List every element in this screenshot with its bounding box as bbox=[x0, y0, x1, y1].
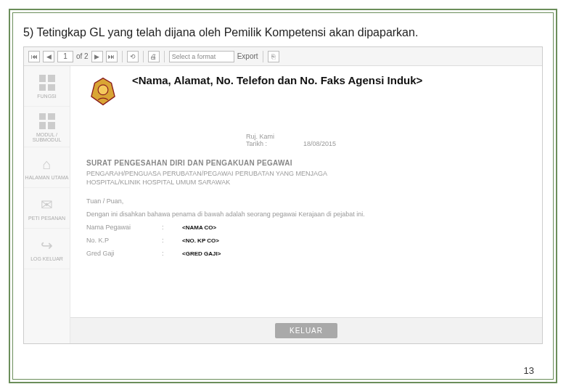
last-page-button[interactable]: ⏭ bbox=[106, 51, 118, 62]
prev-page-button[interactable]: ◀ bbox=[43, 51, 54, 62]
row-value: <NO. KP CO> bbox=[182, 237, 219, 244]
page-number-input[interactable]: 1 bbox=[57, 51, 73, 62]
instruction-text: 5) Tetingkap GL yang telah dijana oleh P… bbox=[23, 26, 543, 39]
table-row: Gred Gaji : <GRED GAJI> bbox=[86, 250, 526, 257]
app-footer: KELUAR bbox=[70, 317, 542, 343]
refresh-button[interactable]: ⟲ bbox=[127, 51, 139, 62]
slide-page-number: 13 bbox=[524, 365, 534, 376]
svg-point-0 bbox=[98, 85, 108, 95]
table-row: Nama Pegawai : <NAMA CO> bbox=[86, 224, 526, 231]
format-select[interactable]: Select a format bbox=[169, 51, 234, 62]
export-link[interactable]: Export bbox=[237, 52, 258, 60]
letter-title: SURAT PENGESAHAN DIRI DAN PENGAKUAN PEGA… bbox=[86, 159, 526, 167]
grid-icon bbox=[38, 73, 57, 92]
sidebar: FUNGSI MODUL / SUBMODUL ⌂ HALAMAN UTAMA … bbox=[24, 66, 70, 343]
row-label: Nama Pegawai bbox=[86, 224, 144, 231]
mail-icon: ✉ bbox=[38, 195, 57, 214]
address-wrapper: <Nama, Alamat, No. Telefon dan No. Faks … bbox=[130, 72, 424, 90]
sidebar-item-logkeluar[interactable]: ↪ LOG KELUAR bbox=[24, 229, 70, 269]
separator bbox=[164, 51, 165, 62]
intro-text: Dengan ini disahkan bahawa penama di baw… bbox=[86, 211, 526, 218]
slide-outer-border: 5) Tetingkap GL yang telah dijana oleh P… bbox=[9, 9, 557, 383]
sidebar-item-label: LOG KELUAR bbox=[30, 256, 63, 261]
colon: : bbox=[162, 237, 165, 244]
colon: : bbox=[162, 224, 165, 231]
sidebar-item-fungsi[interactable]: FUNGSI bbox=[24, 66, 70, 107]
colon: : bbox=[162, 250, 165, 257]
sidebar-item-peti[interactable]: ✉ PETI PESANAN bbox=[24, 188, 70, 229]
sidebar-item-halaman[interactable]: ⌂ HALAMAN UTAMA bbox=[24, 147, 70, 188]
separator bbox=[263, 51, 263, 62]
sidebar-item-modul[interactable]: MODUL / SUBMODUL bbox=[24, 107, 70, 147]
row-value: <NAMA CO> bbox=[182, 224, 216, 231]
page-of-label: of 2 bbox=[76, 52, 89, 60]
date-value: 18/08/2015 bbox=[303, 140, 336, 147]
document-area: <Nama, Alamat, No. Telefon dan No. Faks … bbox=[70, 66, 542, 317]
separator bbox=[122, 51, 123, 62]
next-page-button[interactable]: ▶ bbox=[91, 51, 103, 62]
row-label: Gred Gaji bbox=[86, 250, 144, 257]
print-button[interactable]: 🖨 bbox=[148, 51, 160, 62]
app-window: ⏮ ◀ 1 of 2 ▶ ⏭ ⟲ 🖨 Select a format Expor… bbox=[23, 46, 543, 344]
row-label: No. K.P bbox=[86, 237, 144, 244]
letterhead: <Nama, Alamat, No. Telefon dan No. Faks … bbox=[86, 72, 526, 108]
logout-icon: ↪ bbox=[38, 236, 57, 255]
sidebar-item-label: FUNGSI bbox=[37, 94, 56, 99]
sidebar-item-label: MODUL / SUBMODUL bbox=[24, 132, 70, 142]
sidebar-item-label: HALAMAN UTAMA bbox=[25, 175, 69, 180]
address-placeholder-text: <Nama, Alamat, No. Telefon dan No. Faks … bbox=[132, 74, 422, 88]
slide-inner: 5) Tetingkap GL yang telah dijana oleh P… bbox=[12, 12, 554, 380]
letter-line3: HOSPITAL/KLINIK HOSPITAL UMUM SARAWAK bbox=[86, 179, 526, 186]
report-toolbar: ⏮ ◀ 1 of 2 ▶ ⏭ ⟲ 🖨 Select a format Expor… bbox=[24, 47, 542, 66]
home-icon: ⌂ bbox=[38, 155, 57, 173]
first-page-button[interactable]: ⏮ bbox=[28, 51, 40, 62]
sidebar-item-label: PETI PESANAN bbox=[28, 216, 65, 221]
row-value: <GRED GAJI> bbox=[182, 250, 221, 257]
table-row: No. K.P : <NO. KP CO> bbox=[86, 237, 526, 244]
salutation: Tuan / Puan, bbox=[86, 197, 526, 205]
crest-icon bbox=[86, 75, 120, 108]
letter-line2: PENGARAH/PENGUASA PERUBATAN/PEGAWAI PERU… bbox=[86, 170, 526, 177]
ref-label: Ruj. Kami bbox=[246, 133, 274, 140]
grid-icon bbox=[38, 112, 57, 131]
keluar-button[interactable]: KELUAR bbox=[275, 323, 337, 338]
extra-button[interactable]: ⎘ bbox=[268, 51, 279, 62]
reference-block: Ruj. Kami Tarikh : 18/08/2015 bbox=[86, 133, 526, 147]
separator bbox=[143, 51, 144, 62]
date-label: Tarikh : bbox=[246, 140, 267, 147]
